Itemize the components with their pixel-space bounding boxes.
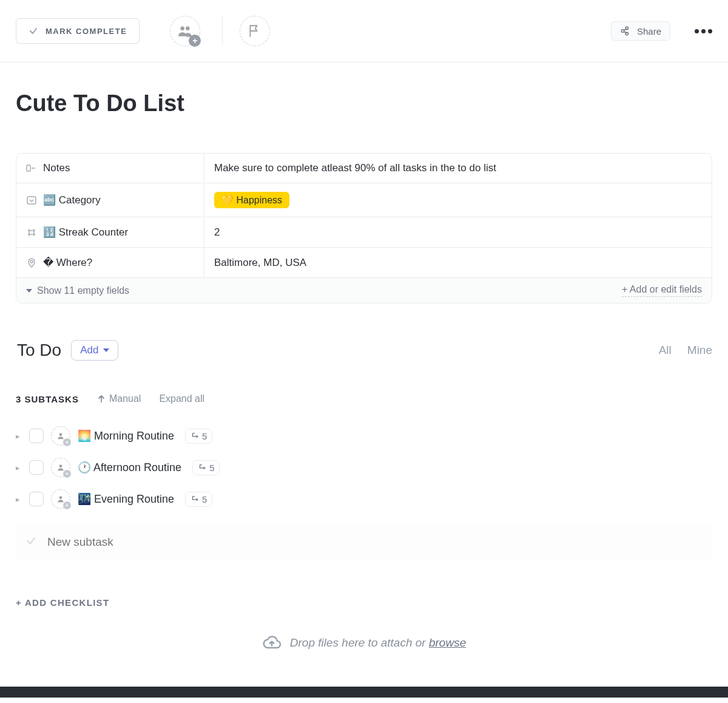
new-subtask-input[interactable] <box>47 535 703 549</box>
flag-button[interactable] <box>240 16 270 46</box>
svg-point-7 <box>59 496 62 499</box>
field-name: � Where? <box>43 256 92 269</box>
field-label: Notes <box>16 154 204 183</box>
more-menu-button[interactable] <box>695 29 712 33</box>
mark-complete-button[interactable]: MARK COMPLETE <box>16 18 140 44</box>
top-toolbar: MARK COMPLETE + Share <box>0 0 728 63</box>
svg-point-8 <box>196 499 198 501</box>
field-value-streak[interactable]: 2 <box>204 218 712 247</box>
sort-option[interactable]: Manual <box>97 393 141 404</box>
plus-icon: + <box>63 438 71 446</box>
task-checkbox[interactable] <box>29 492 44 506</box>
task-name[interactable]: 🕐 Afternoon Routine <box>78 461 181 474</box>
svg-rect-0 <box>27 165 30 171</box>
fields-footer: Show 11 empty fields + Add or edit field… <box>16 278 712 303</box>
add-task-button[interactable]: Add <box>71 340 118 361</box>
filter-tab-mine[interactable]: Mine <box>687 344 712 357</box>
sort-label: Manual <box>109 393 141 404</box>
field-row-where: � Where? Baltimore, MD, USA <box>16 248 712 278</box>
subtask-icon <box>190 495 199 503</box>
task-name[interactable]: 🌅 Morning Routine <box>78 429 174 443</box>
task-row: ▸ + 🌅 Morning Routine 5 <box>16 420 712 452</box>
caret-down-icon <box>103 348 109 352</box>
share-button[interactable]: Share <box>611 21 670 41</box>
field-value-where[interactable]: Baltimore, MD, USA <box>204 248 712 277</box>
svg-point-6 <box>203 467 205 469</box>
plus-icon: + <box>189 35 201 47</box>
task-checkbox[interactable] <box>29 460 44 475</box>
field-name: Notes <box>43 162 70 174</box>
field-row-category: 🔤 Category 💛 Happiness <box>16 183 712 217</box>
mark-complete-label: MARK COMPLETE <box>46 27 127 36</box>
field-label: � Where? <box>16 248 204 277</box>
show-empty-fields-toggle[interactable]: Show 11 empty fields <box>26 285 129 296</box>
person-icon <box>56 463 65 472</box>
field-label: 🔤 Category <box>16 185 204 215</box>
field-value-category[interactable]: 💛 Happiness <box>204 183 712 217</box>
flag-icon <box>247 23 263 39</box>
add-label: Add <box>80 344 98 356</box>
person-icon <box>56 495 65 503</box>
share-label: Share <box>637 26 661 36</box>
dropdown-field-icon <box>26 195 37 206</box>
subtask-icon <box>198 463 206 472</box>
field-row-streak: 🔢 Streak Counter 2 <box>16 217 712 248</box>
svg-point-5 <box>59 464 62 467</box>
assign-button[interactable]: + <box>51 426 70 446</box>
svg-rect-1 <box>27 197 36 204</box>
subtasks-count: 3 SUBTASKS <box>16 394 79 404</box>
category-tag: 💛 Happiness <box>214 192 289 208</box>
task-row: ▸ + 🌃 Evening Routine 5 <box>16 483 712 515</box>
assign-button[interactable]: + <box>51 458 70 477</box>
field-name: 🔢 Streak Counter <box>43 226 128 239</box>
new-subtask-row <box>16 523 712 561</box>
subtask-icon <box>190 432 199 440</box>
custom-fields-panel: Notes Make sure to complete atleast 90% … <box>16 153 712 304</box>
expand-caret[interactable]: ▸ <box>16 432 22 441</box>
field-label: 🔢 Streak Counter <box>16 217 204 247</box>
check-icon <box>29 26 38 36</box>
task-name[interactable]: 🌃 Evening Routine <box>78 492 174 506</box>
section-title: To Do <box>16 341 61 360</box>
assign-people-button[interactable]: + <box>170 16 200 46</box>
expand-caret[interactable]: ▸ <box>16 463 22 472</box>
share-icon <box>620 25 631 36</box>
hash-icon <box>26 227 37 238</box>
divider <box>222 16 223 46</box>
task-row: ▸ + 🕐 Afternoon Routine 5 <box>16 452 712 483</box>
field-row-notes: Notes Make sure to complete atleast 90% … <box>16 154 712 183</box>
expand-all-button[interactable]: Expand all <box>159 393 204 404</box>
field-value-notes[interactable]: Make sure to complete atleast 90% of all… <box>204 154 712 183</box>
filter-tabs: All Mine <box>659 344 712 357</box>
add-checklist-button[interactable]: + ADD CHECKLIST <box>16 597 712 608</box>
dot-icon <box>695 29 699 33</box>
cloud-upload-icon <box>262 633 281 653</box>
subtask-count-badge[interactable]: 5 <box>192 460 220 475</box>
arrow-up-icon <box>97 395 106 403</box>
subtask-count-badge[interactable]: 5 <box>185 492 212 507</box>
task-checkbox[interactable] <box>29 429 44 443</box>
filter-tab-all[interactable]: All <box>659 344 672 357</box>
attachment-dropzone[interactable]: Drop files here to attach or browse <box>16 615 712 667</box>
svg-point-4 <box>196 436 198 438</box>
subtask-count-badge[interactable]: 5 <box>185 429 212 444</box>
svg-point-2 <box>30 260 33 263</box>
check-icon <box>25 535 36 549</box>
svg-point-3 <box>59 433 62 436</box>
field-name: 🔤 Category <box>43 194 101 206</box>
plus-icon: + <box>63 470 71 478</box>
add-edit-fields-link[interactable]: + Add or edit fields <box>622 284 702 297</box>
dot-icon <box>708 29 712 33</box>
expand-caret[interactable]: ▸ <box>16 495 22 504</box>
browse-link[interactable]: browse <box>429 636 466 649</box>
dot-icon <box>701 29 706 33</box>
caret-down-icon <box>26 289 32 293</box>
subtasks-bar: 3 SUBTASKS Manual Expand all <box>16 393 712 404</box>
location-pin-icon <box>26 257 37 268</box>
text-field-icon <box>26 163 37 174</box>
section-header: To Do Add All Mine <box>16 340 712 361</box>
assign-button[interactable]: + <box>51 489 70 509</box>
show-empty-label: Show 11 empty fields <box>37 285 129 296</box>
footer-strip <box>0 687 728 698</box>
page-title[interactable]: Cute To Do List <box>16 90 712 117</box>
